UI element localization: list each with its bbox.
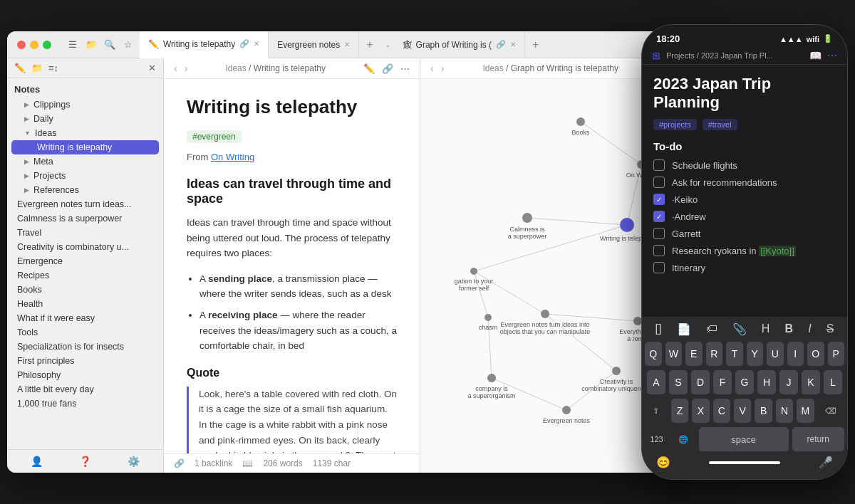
key-e[interactable]: E [685, 342, 703, 366]
phone-emoji-icon[interactable]: 😊 [656, 456, 670, 469]
key-i[interactable]: I [787, 342, 804, 366]
key-globe[interactable]: 🌐 [672, 427, 695, 451]
key-b[interactable]: B [755, 399, 772, 423]
sidebar-item-first-principles[interactable]: First principles [7, 354, 163, 368]
graph-breadcrumb-parent[interactable]: Ideas [482, 63, 503, 73]
key-space[interactable]: space [699, 427, 789, 451]
tab-overflow-button[interactable]: ⌄ [380, 41, 395, 48]
note-back-button[interactable]: ‹ [174, 63, 177, 74]
key-return[interactable]: return [792, 427, 845, 451]
kb-toolbar-link[interactable]: 📎 [728, 321, 751, 337]
phone-checkbox-ryokans[interactable] [653, 245, 665, 256]
sidebar-item-travel[interactable]: Travel [7, 226, 163, 240]
tab2-close[interactable]: ✕ [344, 41, 350, 48]
tab-evergreen-notes[interactable]: Evergreen notes ✕ [269, 31, 359, 58]
kb-toolbar-h[interactable]: H [757, 321, 774, 337]
graph-node-calmness[interactable]: Calmness isa superpower [508, 213, 547, 240]
new-note-icon[interactable]: ✏️ [14, 63, 26, 73]
folder-icon[interactable]: 📁 [86, 39, 97, 51]
phone-todo-schedule-flights[interactable]: Schedule flights [653, 159, 836, 171]
sidebar-person-icon[interactable]: 👤 [31, 456, 43, 467]
link-icon[interactable]: 🔗 [382, 63, 393, 74]
phone-mic-icon[interactable]: 🎤 [819, 456, 833, 469]
sidebar-item-meta[interactable]: ▶ Meta [7, 154, 163, 169]
key-shift[interactable]: ⇧ [645, 399, 668, 423]
sidebar-item-health[interactable]: Health [7, 297, 163, 311]
sidebar-item-daily[interactable]: ▶ Daily [7, 112, 163, 126]
graph-node-company-organism[interactable]: company isa superorganism [467, 374, 515, 399]
phone-todo-keiko[interactable]: ·Keiko [653, 194, 836, 205]
phone-checkbox-recommendations[interactable] [653, 177, 665, 188]
key-v[interactable]: V [734, 399, 751, 423]
key-z[interactable]: Z [671, 399, 688, 423]
phone-checkbox-itinerary[interactable] [653, 262, 665, 273]
graph-node-evergreen-notes[interactable]: Evergreen notes [543, 406, 591, 424]
phone-todo-recommendations[interactable]: Ask for recommendations [653, 177, 836, 188]
key-r[interactable]: R [706, 342, 723, 366]
key-o[interactable]: O [807, 342, 824, 366]
kb-toolbar-bold[interactable]: B [780, 321, 797, 337]
tab-graph-writing[interactable]: 🕸 Graph of Writing is ( 🔗 ✕ [395, 31, 525, 58]
sidebar-item-references[interactable]: ▶ References [7, 183, 163, 197]
sidebar-item-books[interactable]: Books [7, 283, 163, 297]
phone-nav-book-icon[interactable]: 📖 [809, 50, 822, 61]
sidebar-item-recipes[interactable]: Recipes [7, 268, 163, 283]
edit-icon[interactable]: ✏️ [363, 63, 375, 74]
key-t[interactable]: T [726, 342, 743, 366]
sidebar-item-clippings[interactable]: ▶ Clippings [7, 98, 163, 112]
new-folder-icon[interactable]: 📁 [31, 63, 43, 73]
sidebar-item-projects[interactable]: ▶ Projects [7, 169, 163, 183]
phone-checkbox-keiko[interactable] [653, 194, 665, 205]
search-icon[interactable]: 🔍 [104, 39, 115, 51]
key-f[interactable]: F [713, 370, 732, 394]
key-q[interactable]: Q [645, 342, 662, 366]
kb-toolbar-strikethrough[interactable]: S [822, 321, 839, 337]
note-breadcrumb-parent[interactable]: Ideas [225, 63, 246, 73]
phone-todo-ryokans[interactable]: Research ryokans in [[Kyoto]] [653, 245, 836, 256]
sort-icon[interactable]: ≡↕ [48, 63, 58, 73]
more-icon[interactable]: ⋯ [400, 63, 410, 74]
sidebar-item-tools[interactable]: Tools [7, 325, 163, 340]
close-sidebar-icon[interactable]: ✕ [148, 63, 156, 73]
phone-nav-more-icon[interactable]: ⋯ [827, 50, 837, 61]
graph-forward-button[interactable]: › [441, 63, 445, 74]
sidebar-item-philosophy[interactable]: Philosophy [7, 368, 163, 382]
sidebar-item-little-bit[interactable]: A little bit every day [7, 382, 163, 397]
phone-tag-travel[interactable]: #travel [703, 119, 737, 130]
phone-nav-grid-icon[interactable]: ⊞ [652, 50, 660, 61]
kb-toolbar-brackets[interactable]: [] [651, 321, 666, 337]
kb-toolbar-italic[interactable]: I [804, 321, 815, 337]
sidebar-item-specialization[interactable]: Specialization is for insects [7, 340, 163, 354]
key-w[interactable]: W [665, 342, 683, 366]
key-d[interactable]: D [691, 370, 710, 394]
fullscreen-button[interactable] [43, 41, 51, 49]
kb-toolbar-tag[interactable]: 🏷 [702, 321, 722, 337]
sidebar-help-icon[interactable]: ❓ [79, 456, 91, 467]
new-tab-button[interactable]: + [359, 38, 380, 51]
key-u[interactable]: U [767, 342, 784, 366]
phone-todo-andrew[interactable]: ·Andrew [653, 211, 836, 222]
graph-back-button[interactable]: ‹ [430, 63, 434, 74]
key-l[interactable]: L [824, 370, 842, 394]
key-c[interactable]: C [713, 399, 730, 423]
kb-toolbar-doc[interactable]: 📄 [673, 321, 695, 337]
graph-node-navigation[interactable]: gation to yourformer self [455, 268, 494, 292]
phone-todo-itinerary[interactable]: Itinerary [653, 262, 836, 273]
key-y[interactable]: Y [747, 342, 764, 366]
note-forward-button[interactable]: › [185, 63, 188, 74]
minimize-button[interactable] [30, 41, 38, 49]
key-m[interactable]: M [797, 399, 814, 423]
key-delete[interactable]: ⌫ [818, 399, 845, 423]
key-j[interactable]: J [779, 370, 798, 394]
graph-node-evergreen-ideas[interactable]: Evergreen notes turn ideas intoobjects t… [500, 310, 591, 335]
tab3-close[interactable]: ✕ [510, 41, 516, 48]
close-button[interactable] [17, 41, 26, 49]
key-g[interactable]: G [735, 370, 754, 394]
sidebar-item-evergreen-notes[interactable]: Evergreen notes turn ideas... [7, 197, 163, 211]
phone-checkbox-garrett[interactable] [653, 228, 665, 239]
note-backlinks[interactable]: 1 backlink [195, 458, 232, 468]
sidebar-toggle-icon[interactable]: ☰ [67, 39, 78, 51]
tab-writing-telepathy[interactable]: ✏️ Writing is telepathy 🔗 ✕ [140, 31, 269, 58]
sidebar-settings-icon[interactable]: ⚙️ [128, 456, 140, 467]
key-h[interactable]: H [757, 370, 776, 394]
